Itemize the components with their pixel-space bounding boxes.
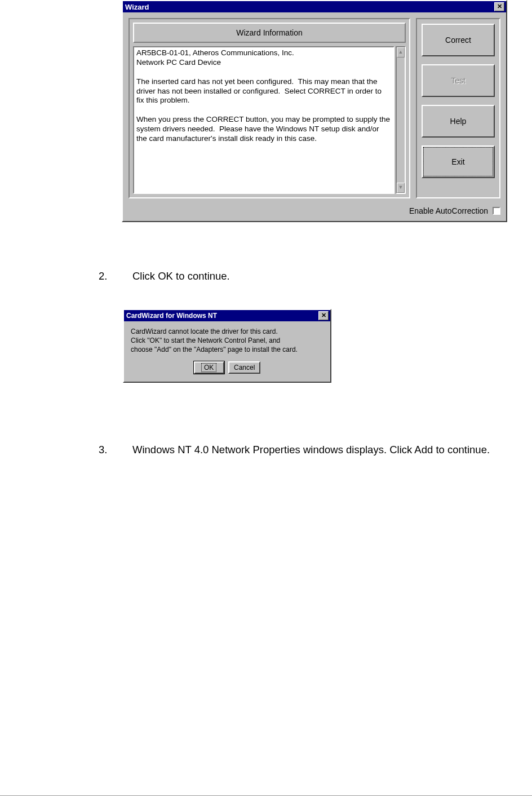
- help-button-label: Help: [450, 117, 467, 126]
- scroll-up-icon[interactable]: ▲: [397, 47, 405, 58]
- autocorrection-checkbox[interactable]: [493, 207, 500, 215]
- step-2-text: Click OK to continue.: [132, 269, 230, 284]
- wizard-group-header: Wizard Information: [133, 23, 406, 43]
- step-3-text: Windows NT 4.0 Network Properties window…: [132, 443, 490, 457]
- document-page: Wizard ✕ Wizard Information AR5BCB-01-01…: [0, 0, 532, 796]
- close-icon[interactable]: ✕: [494, 2, 504, 11]
- wizard-info-text: AR5BCB-01-01, Atheros Communications, In…: [133, 46, 394, 194]
- correct-button-label: Correct: [445, 36, 471, 45]
- cancel-button[interactable]: Cancel: [228, 361, 260, 374]
- scroll-down-icon[interactable]: ▼: [397, 183, 405, 193]
- step-2-number: 2.: [99, 269, 116, 284]
- ok-button-label: OK: [201, 363, 216, 372]
- cardwizard-title: CardWizard for Windows NT: [126, 312, 318, 320]
- step-2: 2. Click OK to continue.: [99, 269, 493, 284]
- exit-button-label: Exit: [451, 157, 464, 166]
- cardwizard-message: CardWizard cannot locate the driver for …: [131, 327, 323, 355]
- autocorrection-label: Enable AutoCorrection: [409, 206, 488, 215]
- help-button[interactable]: Help: [422, 105, 495, 138]
- wizard-button-panel: Correct Test Help Exit: [416, 18, 500, 198]
- wizard-info-panel: Wizard Information AR5BCB-01-01, Atheros…: [128, 18, 410, 198]
- close-icon[interactable]: ✕: [318, 311, 329, 320]
- exit-button[interactable]: Exit: [422, 145, 495, 178]
- cancel-button-label: Cancel: [234, 364, 255, 372]
- wizard-titlebar: Wizard ✕: [123, 1, 506, 12]
- step-3: 3. Windows NT 4.0 Network Properties win…: [99, 443, 499, 457]
- cardwizard-dialog: CardWizard for Windows NT ✕ CardWizard c…: [123, 309, 331, 383]
- test-button-label: Test: [451, 76, 466, 85]
- scrollbar[interactable]: ▲ ▼: [396, 46, 406, 194]
- cardwizard-titlebar: CardWizard for Windows NT ✕: [124, 310, 330, 321]
- ok-button[interactable]: OK: [194, 361, 224, 374]
- wizard-window: Wizard ✕ Wizard Information AR5BCB-01-01…: [122, 0, 507, 222]
- test-button: Test: [422, 64, 495, 97]
- wizard-footer: Enable AutoCorrection: [123, 204, 506, 221]
- step-3-number: 3.: [99, 443, 116, 457]
- correct-button[interactable]: Correct: [422, 24, 495, 56]
- wizard-title: Wizard: [125, 3, 494, 11]
